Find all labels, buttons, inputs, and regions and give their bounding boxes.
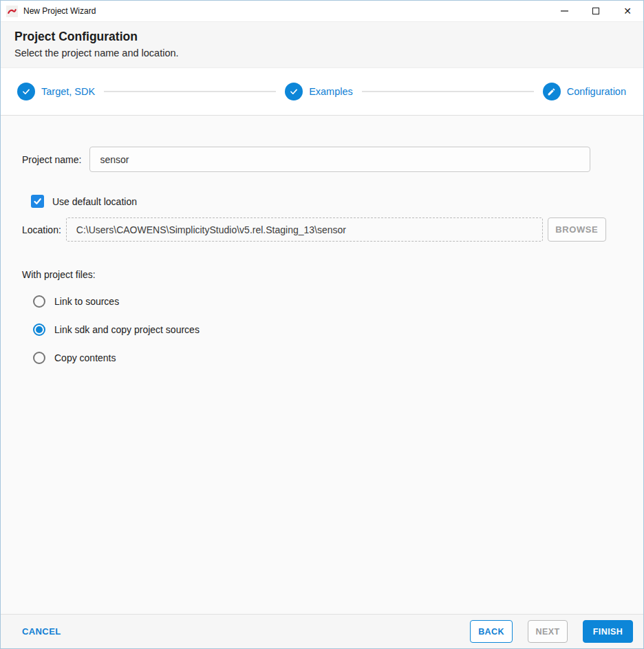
maximize-button[interactable] bbox=[580, 1, 612, 21]
browse-button[interactable]: BROWSE bbox=[548, 217, 606, 242]
radio-label: Link sdk and copy project sources bbox=[54, 324, 200, 335]
step-label: Configuration bbox=[567, 86, 626, 97]
project-name-label: Project name: bbox=[22, 154, 81, 165]
page-subtitle: Select the project name and location. bbox=[14, 45, 630, 61]
window-controls: ✕ bbox=[548, 1, 643, 21]
pencil-icon bbox=[543, 83, 561, 100]
radio-selected-icon[interactable] bbox=[33, 323, 45, 336]
finish-button[interactable]: FINISH bbox=[583, 620, 633, 643]
step-connector bbox=[362, 91, 534, 92]
page-title: Project Configuration bbox=[14, 28, 630, 45]
radio-label: Link to sources bbox=[54, 296, 119, 307]
next-button[interactable]: NEXT bbox=[528, 620, 568, 643]
location-row: Location: BROWSE bbox=[22, 217, 643, 242]
radio-label: Copy contents bbox=[54, 352, 116, 363]
minimize-icon bbox=[561, 10, 568, 12]
step-connector bbox=[104, 91, 276, 92]
maximize-icon bbox=[592, 8, 599, 14]
cancel-button[interactable]: CANCEL bbox=[22, 626, 61, 637]
step-label: Target, SDK bbox=[41, 86, 95, 97]
wizard-footer: CANCEL BACK NEXT FINISH bbox=[1, 614, 643, 648]
titlebar: New Project Wizard ✕ bbox=[1, 1, 643, 22]
radio-copy-contents[interactable]: Copy contents bbox=[33, 351, 643, 365]
project-name-row: Project name: bbox=[22, 147, 643, 172]
radio-unselected-icon[interactable] bbox=[33, 352, 45, 364]
close-button[interactable]: ✕ bbox=[612, 1, 643, 21]
app-logo-icon bbox=[6, 6, 18, 17]
back-button[interactable]: BACK bbox=[470, 620, 513, 643]
use-default-location-label: Use default location bbox=[52, 196, 137, 207]
step-label: Examples bbox=[309, 86, 353, 97]
check-icon bbox=[285, 83, 303, 100]
with-project-files-label: With project files: bbox=[22, 269, 643, 280]
radio-unselected-icon[interactable] bbox=[33, 295, 45, 308]
wizard-stepper: Target, SDK Examples Configuration bbox=[1, 68, 643, 116]
check-icon bbox=[17, 83, 35, 100]
radio-link-to-sources[interactable]: Link to sources bbox=[33, 295, 643, 308]
project-name-input[interactable] bbox=[89, 147, 590, 172]
configuration-form: Project name: Use default location Locat… bbox=[1, 116, 643, 614]
location-label: Location: bbox=[22, 224, 61, 235]
minimize-button[interactable] bbox=[548, 1, 580, 21]
checkbox-checked-icon[interactable] bbox=[31, 195, 44, 208]
radio-link-sdk-copy-sources[interactable]: Link sdk and copy project sources bbox=[33, 323, 643, 337]
close-icon: ✕ bbox=[623, 6, 632, 16]
step-examples[interactable]: Examples bbox=[285, 83, 353, 100]
wizard-header: Project Configuration Select the project… bbox=[1, 22, 643, 68]
use-default-location-row[interactable]: Use default location bbox=[31, 195, 643, 208]
new-project-wizard-window: New Project Wizard ✕ Project Configurati… bbox=[0, 0, 644, 649]
step-configuration[interactable]: Configuration bbox=[543, 83, 626, 100]
step-target-sdk[interactable]: Target, SDK bbox=[17, 83, 95, 100]
location-input[interactable] bbox=[66, 217, 543, 242]
window-title: New Project Wizard bbox=[23, 6, 548, 16]
